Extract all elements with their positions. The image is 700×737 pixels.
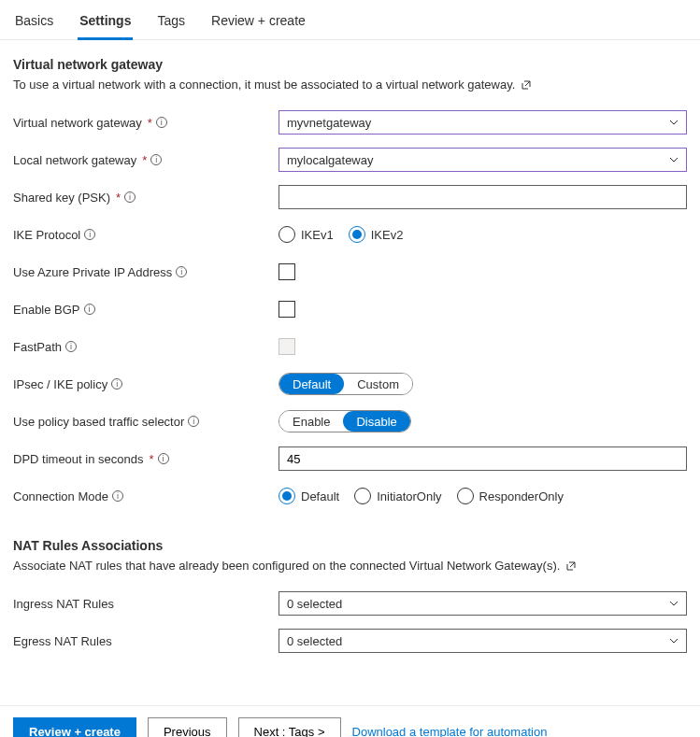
vng-section-title: Virtual network gateway	[13, 57, 687, 72]
info-icon[interactable]: i	[156, 117, 167, 128]
mode-responder-radio[interactable]: ResponderOnly	[457, 488, 564, 504]
footer-bar: Review + create Previous Next : Tags > D…	[0, 705, 700, 737]
nat-section-title: NAT Rules Associations	[13, 538, 687, 553]
external-link-icon[interactable]	[565, 560, 577, 574]
tab-tags[interactable]: Tags	[155, 7, 187, 39]
vng-gateway-dropdown[interactable]: myvnetgateway	[279, 110, 687, 135]
selector-enable-pill[interactable]: Enable	[279, 411, 343, 432]
selector-disable-pill[interactable]: Disable	[343, 411, 409, 432]
required-icon: *	[142, 153, 147, 167]
dpd-input[interactable]	[279, 446, 687, 471]
traffic-selector-toggle: Enable Disable	[279, 410, 411, 432]
ingress-nat-dropdown[interactable]: 0 selected	[279, 591, 687, 616]
connection-mode-label: Connection Mode	[13, 489, 108, 503]
ike-v2-radio[interactable]: IKEv2	[349, 226, 404, 243]
mode-initiator-radio[interactable]: InitiatorOnly	[354, 488, 441, 504]
mode-default-radio[interactable]: Default	[279, 488, 339, 504]
vng-gateway-value: myvnetgateway	[287, 116, 371, 130]
required-icon: *	[149, 452, 153, 466]
ipsec-policy-toggle: Default Custom	[279, 373, 413, 395]
chevron-down-icon	[669, 118, 679, 127]
ike-v1-label: IKEv1	[301, 228, 334, 242]
dpd-label: DPD timeout in seconds	[13, 452, 143, 466]
info-icon[interactable]: i	[111, 378, 122, 390]
egress-nat-dropdown[interactable]: 0 selected	[279, 629, 687, 653]
nat-section-desc: Associate NAT rules that have already be…	[13, 559, 687, 574]
chevron-down-icon	[669, 155, 679, 164]
download-template-link[interactable]: Download a template for automation	[352, 725, 548, 738]
ipsec-default-pill[interactable]: Default	[279, 374, 344, 394]
chevron-down-icon	[669, 599, 679, 608]
required-icon: *	[148, 116, 152, 130]
local-gateway-label: Local network gateway	[13, 153, 136, 167]
nat-desc-text: Associate NAT rules that have already be…	[13, 559, 560, 573]
vng-section-desc: To use a virtual network with a connecti…	[13, 78, 687, 93]
tab-review-create[interactable]: Review + create	[209, 7, 307, 39]
tab-settings[interactable]: Settings	[78, 7, 133, 40]
psk-input[interactable]	[279, 185, 687, 209]
ingress-nat-label: Ingress NAT Rules	[13, 597, 114, 611]
info-icon[interactable]: i	[188, 416, 199, 427]
psk-label: Shared key (PSK)	[13, 191, 110, 205]
tab-basics[interactable]: Basics	[13, 7, 55, 39]
ingress-nat-value: 0 selected	[287, 597, 342, 611]
ipsec-custom-pill[interactable]: Custom	[344, 374, 412, 394]
bgp-checkbox[interactable]	[279, 301, 295, 318]
info-icon[interactable]: i	[84, 304, 95, 315]
info-icon[interactable]: i	[158, 453, 169, 464]
info-icon[interactable]: i	[65, 341, 77, 352]
egress-nat-value: 0 selected	[287, 634, 342, 648]
fastpath-checkbox	[279, 338, 295, 355]
vng-desc-text: To use a virtual network with a connecti…	[13, 78, 515, 92]
previous-button[interactable]: Previous	[148, 717, 227, 737]
info-icon[interactable]: i	[124, 191, 136, 203]
ike-label: IKE Protocol	[13, 228, 80, 242]
private-ip-checkbox[interactable]	[279, 263, 295, 280]
ipsec-policy-label: IPsec / IKE policy	[13, 377, 107, 391]
chevron-down-icon	[669, 636, 679, 645]
ike-v1-radio[interactable]: IKEv1	[279, 226, 334, 243]
review-create-button[interactable]: Review + create	[13, 717, 136, 737]
mode-responder-label: ResponderOnly	[479, 489, 564, 503]
mode-default-label: Default	[301, 489, 339, 503]
info-icon[interactable]: i	[150, 154, 162, 165]
bgp-label: Enable BGP	[13, 303, 80, 317]
info-icon[interactable]: i	[84, 229, 95, 240]
fastpath-label: FastPath	[13, 340, 62, 354]
info-icon[interactable]: i	[176, 266, 187, 277]
mode-initiator-label: InitiatorOnly	[377, 489, 441, 503]
external-link-icon[interactable]	[521, 79, 532, 93]
required-icon: *	[116, 191, 121, 205]
next-button[interactable]: Next : Tags >	[238, 717, 341, 737]
traffic-selector-label: Use policy based traffic selector	[13, 415, 184, 429]
private-ip-label: Use Azure Private IP Address	[13, 265, 172, 279]
tabs-bar: Basics Settings Tags Review + create	[0, 0, 700, 40]
local-gateway-dropdown[interactable]: mylocalgateway	[279, 148, 687, 172]
vng-gateway-label: Virtual network gateway	[13, 116, 142, 130]
local-gateway-value: mylocalgateway	[287, 153, 374, 167]
ike-v2-label: IKEv2	[371, 228, 404, 242]
info-icon[interactable]: i	[112, 490, 123, 502]
egress-nat-label: Egress NAT Rules	[13, 634, 112, 648]
